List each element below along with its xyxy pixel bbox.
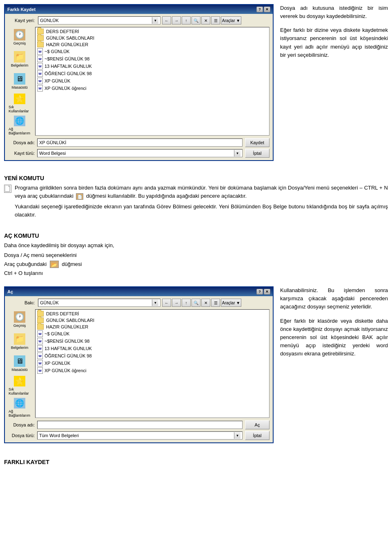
sidebar-sik-kullanilan[interactable]: ⭐ Sık Kullanılanlar: [8, 93, 31, 114]
open-dialog-sidebar[interactable]: 🕐 Geçmiş 📁 Belgelerim 🖥 Masaüstü ⭐: [8, 309, 33, 418]
filetype-combo[interactable]: Word Belgesi ▼: [37, 149, 243, 157]
open-tools-button[interactable]: Araçlar ▼: [221, 299, 241, 307]
list-item[interactable]: W ~$RENSİ GÜNLÜK 98: [36, 55, 268, 63]
filetype-combo-arrow[interactable]: ▼: [234, 150, 241, 156]
file-name: XP GÜNLÜK öğrenci: [45, 368, 87, 373]
sidebar-gecmis[interactable]: 🕐 Geçmiş: [8, 27, 31, 47]
open-up-button[interactable]: ↑: [182, 299, 191, 307]
location-label: Kayıt yeri:: [8, 18, 35, 23]
list-item[interactable]: W XP GÜNLÜK: [36, 77, 268, 85]
open-sidebar-sik-kullanilan[interactable]: ⭐ Sık Kullanılanlar: [8, 375, 31, 396]
open-filetype-row: Dosya türü: Tüm Word Belgeleri ▼ İptal: [8, 431, 270, 440]
list-item[interactable]: W XP GÜNLÜK öğrenci: [36, 367, 268, 374]
open-sidebar-ag-baglantilari[interactable]: 🌐 Ağ Bağlantılarım: [8, 397, 31, 418]
forward-button[interactable]: →: [172, 16, 181, 25]
list-item[interactable]: HAZIR GÜNLÜKLER: [36, 41, 268, 48]
location-bar: Kayıt yeri: GÜNLÜK ▼ ← → ↑ 🔍 ✕ ☰ Araçlar…: [8, 16, 270, 25]
search-button[interactable]: 🔍: [192, 16, 200, 25]
list-item[interactable]: GÜNLÜK SABLONLARI: [36, 317, 268, 324]
right2-para-1: Kullanabilirsiniz. Bu işlemden sonra kar…: [280, 286, 388, 311]
list-item[interactable]: W 13 HAFTALIK GUNLUK: [36, 345, 268, 352]
sidebar-ag-baglantilari[interactable]: 🌐 Ağ Bağlantılarım: [8, 115, 31, 136]
open-filetype-combo-arrow[interactable]: ▼: [234, 432, 241, 439]
open-titlebar-buttons[interactable]: ? ✕: [256, 289, 270, 295]
filename-label: Dosya adı:: [8, 140, 35, 145]
titlebar-buttons[interactable]: ? ✕: [256, 7, 270, 12]
save-dialog-body: Kayıt yeri: GÜNLÜK ▼ ← → ↑ 🔍 ✕ ☰ Araçlar…: [5, 14, 273, 160]
list-item[interactable]: W ~$ GÜNLÜK: [36, 330, 268, 337]
filename-input[interactable]: XP GÜNLÜKİ: [37, 138, 243, 147]
filename-row: Dosya adı: XP GÜNLÜKİ Kaydet: [8, 138, 270, 147]
open-location-bar: Bakı: GÜNLÜK ▼ ← → ↑ 🔍 ✕ ☰ Araçlar ▼: [8, 299, 270, 307]
open-delete-button[interactable]: ✕: [201, 299, 210, 307]
open-sidebar-gecmis[interactable]: 🕐 Geçmiş: [8, 309, 31, 330]
word-doc-icon: W: [37, 56, 43, 62]
open-filetype-combo[interactable]: Tüm Word Belgeleri ▼: [37, 431, 243, 440]
open-button[interactable]: Aç: [245, 420, 270, 429]
list-item[interactable]: W ÖĞRENCİ GÜNLÜK 98: [36, 70, 268, 77]
ac-arac: Araç çubuğundaki 📂 düğmesi: [4, 260, 388, 268]
list-item[interactable]: GÜNLÜK SABLONLARI: [36, 35, 268, 41]
open-views-button[interactable]: ☰: [211, 299, 220, 307]
delete-button[interactable]: ✕: [201, 16, 210, 25]
list-item[interactable]: W XP GÜNLÜK: [36, 359, 268, 367]
open-belgelerim-label: Belgelerim: [11, 346, 29, 350]
location-combo[interactable]: GÜNLÜK ▼: [38, 16, 160, 25]
folder-icon: [37, 29, 44, 34]
open-filename-input[interactable]: [37, 421, 243, 429]
word-doc-icon: W: [37, 367, 43, 374]
help-button[interactable]: ?: [256, 7, 263, 12]
right2-para-2: Eğer farklı bir klasörde veya diskette d…: [280, 317, 388, 358]
open-help-button[interactable]: ?: [256, 289, 263, 295]
tools-menu-button[interactable]: Araçlar ▼: [221, 16, 241, 25]
list-item[interactable]: DERS DEFTERİ: [36, 28, 268, 35]
open-dialog[interactable]: Aç ? ✕ Bakı: GÜNLÜK ▼ ← → ↑: [4, 286, 274, 443]
open-file-list[interactable]: DERS DEFTERİ GÜNLÜK SABLONLARI HAZIR GÜN…: [35, 309, 270, 418]
list-item[interactable]: W ~$RENSİ GÜNLÜK 98: [36, 337, 268, 345]
open-forward-button[interactable]: →: [172, 299, 181, 307]
list-item[interactable]: W XP GÜNLÜK öğrenci: [36, 85, 268, 92]
file-name: GÜNLÜK SABLONLARI: [46, 318, 94, 323]
dialog-sidebar[interactable]: 🕐 Geçmiş 📁 Belgelerim 🖥 Masaüstü ⭐: [8, 27, 33, 136]
open-filetype-value: Tüm Word Belgeleri: [39, 433, 79, 438]
open-location-combo-arrow[interactable]: ▼: [152, 299, 158, 306]
file-name: ~$ GÜNLÜK: [45, 49, 69, 54]
sik-kullanilan-icon: ⭐: [14, 94, 25, 104]
gecmis-icon: 🕐: [14, 29, 25, 40]
back-button[interactable]: ←: [162, 16, 171, 25]
list-item[interactable]: W ~$ GÜNLÜK: [36, 48, 268, 55]
file-name: HAZIR GÜNLÜKLER: [46, 42, 88, 47]
word-doc-icon: W: [37, 70, 43, 77]
open-back-button[interactable]: ←: [162, 299, 171, 307]
save-dialog[interactable]: Farklı Kaydet ? ✕ Kayıt yeri: GÜNLÜK ▼ ←: [4, 4, 274, 161]
file-name: DERS DEFTERİ: [46, 311, 79, 316]
filetype-row: Kayıt türü: Word Belgesi ▼ İptal: [8, 149, 270, 158]
open-toolbar-icons[interactable]: ← → ↑ 🔍 ✕ ☰ Araçlar ▼: [162, 299, 241, 307]
file-name: 13 HAFTALIK GUNLUK: [45, 346, 92, 351]
open-sidebar-masaustu[interactable]: 🖥 Masaüstü: [8, 353, 31, 374]
list-item[interactable]: DERS DEFTERİ: [36, 310, 268, 317]
toolbar-icons[interactable]: ← → ↑ 🔍 ✕ ☰ Araçlar ▼: [162, 16, 241, 25]
open-sidebar-belgelerim[interactable]: 📁 Belgelerim: [8, 331, 31, 352]
save-button[interactable]: Kaydet: [245, 138, 270, 147]
word-doc-icon: W: [37, 48, 43, 55]
open-search-button[interactable]: 🔍: [192, 299, 200, 307]
location-combo-arrow[interactable]: ▼: [152, 17, 158, 24]
close-button[interactable]: ✕: [264, 7, 270, 12]
open-close-button[interactable]: ✕: [264, 289, 270, 295]
sidebar-masaustu[interactable]: 🖥 Masaüstü: [8, 71, 31, 92]
list-item[interactable]: W 13 HAFTALIK GUNLUK: [36, 63, 268, 70]
open-location-combo[interactable]: GÜNLÜK ▼: [38, 299, 160, 307]
word-doc-icon: W: [37, 85, 43, 92]
open-cancel-button[interactable]: İptal: [245, 431, 270, 440]
file-name: 13 HAFTALIK GUNLUK: [45, 64, 92, 69]
views-button[interactable]: ☰: [211, 16, 220, 25]
ac-heading: AÇ KOMUTU: [4, 232, 388, 239]
list-item[interactable]: HAZIR GÜNLÜKLER: [36, 324, 268, 330]
list-item[interactable]: W ÖĞRENCİ GÜNLÜK 98: [36, 352, 268, 359]
sik-kullanilan-label: Sık Kullanılanlar: [9, 105, 31, 113]
sidebar-belgelerim[interactable]: 📁 Belgelerim: [8, 49, 31, 69]
save-file-list[interactable]: DERS DEFTERİ GÜNLÜK SABLONLARI HAZIR GÜN…: [35, 27, 270, 136]
cancel-button[interactable]: İptal: [245, 149, 270, 158]
up-button[interactable]: ↑: [182, 16, 191, 25]
